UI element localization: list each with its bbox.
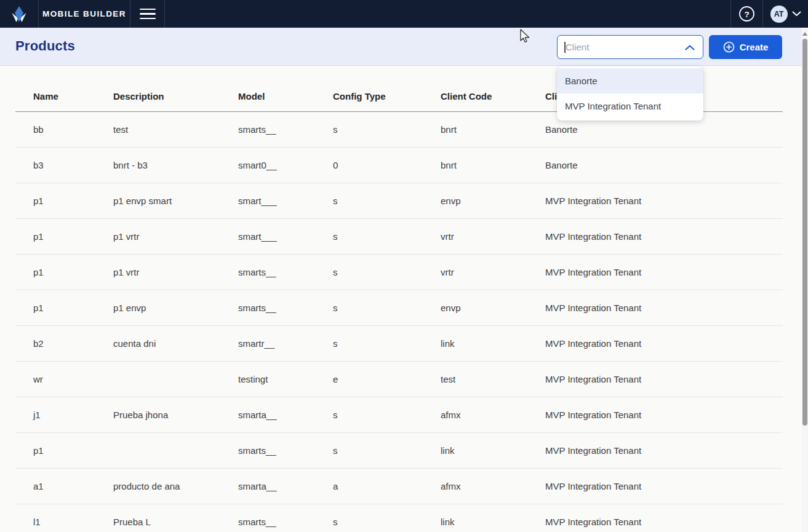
cell-client: Banorte bbox=[545, 124, 783, 135]
cell-model: smarta__ bbox=[238, 481, 333, 491]
cell-name: j1 bbox=[33, 410, 113, 420]
cell-name: p1 bbox=[33, 303, 113, 313]
cell-client-code: vrtr bbox=[441, 267, 545, 277]
table-row[interactable]: p1 p1 vrtr smarts__ s vrtr MVP Integrati… bbox=[15, 255, 783, 290]
client-filter-placeholder: Client bbox=[566, 42, 589, 52]
cell-client: MVP Integration Tenant bbox=[545, 517, 783, 527]
chevron-up-icon[interactable] bbox=[685, 45, 695, 50]
cell-client-code: bnrt bbox=[441, 160, 545, 170]
cell-model: smarts__ bbox=[238, 124, 333, 135]
cell-model: smartr__ bbox=[238, 338, 333, 349]
cell-client: MVP Integration Tenant bbox=[545, 196, 783, 206]
avatar[interactable]: AT bbox=[770, 6, 788, 23]
cell-client-code: link bbox=[441, 338, 545, 349]
column-header: Model bbox=[238, 91, 333, 101]
cell-description: Prueba L bbox=[113, 517, 238, 527]
client-filter-combobox[interactable]: Client bbox=[557, 35, 703, 59]
cell-config-type: 0 bbox=[333, 160, 441, 170]
table-row[interactable]: a1 producto de ana smarta__ a afmx MVP I… bbox=[15, 469, 783, 504]
cell-name: b3 bbox=[33, 160, 113, 170]
dropdown-option[interactable]: Banorte bbox=[557, 68, 703, 93]
column-header: Config Type bbox=[333, 91, 441, 101]
create-button[interactable]: Create bbox=[709, 35, 782, 59]
cell-config-type: s bbox=[333, 410, 441, 420]
logo-icon bbox=[11, 6, 27, 23]
column-header: Description bbox=[113, 91, 238, 101]
cell-description: p1 vrtr bbox=[113, 267, 238, 277]
page-title: Products bbox=[15, 38, 75, 54]
cell-model: smarts__ bbox=[238, 517, 333, 527]
table-row[interactable]: p1 p1 vrtr smart___ s vrtr MVP Integrati… bbox=[15, 219, 783, 255]
table-row[interactable]: b3 bnrt - b3 smart0__ 0 bnrt Banorte bbox=[15, 148, 783, 183]
cell-config-type: s bbox=[333, 124, 441, 135]
column-header: Name bbox=[33, 91, 113, 101]
cell-description: producto de ana bbox=[113, 481, 238, 491]
brand-title: MOBILE BUILDER bbox=[39, 0, 130, 28]
help-icon: ? bbox=[738, 6, 755, 22]
cell-client-code: afmx bbox=[441, 410, 545, 420]
help-button[interactable]: ? bbox=[730, 0, 763, 28]
vertical-scrollbar[interactable] bbox=[802, 28, 808, 532]
hamburger-icon bbox=[140, 9, 156, 20]
cell-client: MVP Integration Tenant bbox=[545, 338, 783, 349]
dropdown-option[interactable]: MVP Integration Tenant bbox=[557, 93, 703, 119]
cell-config-type: s bbox=[333, 517, 441, 527]
cell-config-type: e bbox=[333, 374, 441, 384]
cell-model: smarts__ bbox=[238, 303, 333, 313]
cell-description: p1 envp smart bbox=[113, 196, 238, 206]
chevron-down-icon bbox=[792, 11, 801, 17]
plus-circle-icon bbox=[723, 41, 735, 53]
cell-client-code: vrtr bbox=[441, 231, 545, 242]
text-caret bbox=[564, 42, 566, 53]
cell-client: MVP Integration Tenant bbox=[545, 231, 783, 242]
cell-client-code: envp bbox=[441, 196, 545, 206]
page-header: Products Client Create bbox=[0, 28, 808, 66]
table-row[interactable]: b2 cuenta dni smartr__ s link MVP Integr… bbox=[15, 326, 783, 362]
cell-model: smart___ bbox=[238, 196, 333, 206]
cell-description: test bbox=[113, 124, 238, 135]
products-page-content: NameDescriptionModelConfig TypeClient Co… bbox=[0, 66, 808, 532]
scrollbar-thumb[interactable] bbox=[802, 39, 807, 426]
cell-name: p1 bbox=[33, 231, 113, 242]
cell-description: cuenta dni bbox=[113, 338, 238, 349]
cell-config-type: s bbox=[333, 196, 441, 206]
brand-label: MOBILE BUILDER bbox=[42, 9, 126, 18]
cell-config-type: a bbox=[333, 481, 441, 491]
scroll-up-arrow-icon[interactable] bbox=[802, 32, 807, 36]
app-logo[interactable] bbox=[0, 0, 39, 28]
create-button-label: Create bbox=[740, 42, 769, 52]
cell-client: MVP Integration Tenant bbox=[545, 374, 783, 384]
cell-client: MVP Integration Tenant bbox=[545, 410, 783, 420]
cell-name: p1 bbox=[33, 267, 113, 277]
user-menu[interactable]: AT bbox=[763, 0, 808, 28]
table-row[interactable]: l1 Prueba L smarts__ s link MVP Integrat… bbox=[15, 504, 783, 532]
table-row[interactable]: p1 smarts__ s link MVP Integration Tenan… bbox=[15, 433, 783, 469]
client-dropdown-menu: BanorteMVP Integration Tenant bbox=[557, 66, 703, 121]
cell-config-type: s bbox=[333, 303, 441, 313]
hamburger-menu-button[interactable] bbox=[130, 0, 165, 28]
table-row[interactable]: wr testingt e test MVP Integration Tenan… bbox=[15, 362, 783, 397]
cell-client: MVP Integration Tenant bbox=[545, 481, 783, 491]
cell-config-type: s bbox=[333, 231, 441, 242]
topbar: MOBILE BUILDER ? AT bbox=[0, 0, 808, 28]
table-body: bb test smarts__ s bnrt Banorte b3 bnrt … bbox=[15, 112, 783, 532]
cell-name: p1 bbox=[33, 196, 113, 206]
cell-model: smart0__ bbox=[238, 160, 333, 170]
cell-client-code: link bbox=[441, 517, 545, 527]
cell-model: smarts__ bbox=[238, 267, 333, 277]
cell-client-code: bnrt bbox=[441, 124, 545, 135]
cell-client: MVP Integration Tenant bbox=[545, 445, 783, 456]
table-row[interactable]: p1 p1 envp smarts__ s envp MVP Integrati… bbox=[15, 290, 783, 326]
cell-client-code: test bbox=[441, 374, 545, 384]
cell-client: Banorte bbox=[545, 160, 783, 170]
cell-name: a1 bbox=[33, 481, 113, 491]
cell-name: wr bbox=[33, 374, 113, 384]
cell-name: p1 bbox=[33, 445, 113, 456]
cell-client-code: envp bbox=[441, 303, 545, 313]
cell-client-code: link bbox=[441, 445, 545, 456]
cell-config-type: s bbox=[333, 445, 441, 456]
table-row[interactable]: j1 Prueba jhona smarta__ s afmx MVP Inte… bbox=[15, 397, 783, 433]
table-row[interactable]: p1 p1 envp smart smart___ s envp MVP Int… bbox=[15, 183, 783, 219]
cell-description: p1 envp bbox=[113, 303, 238, 313]
cell-model: testingt bbox=[238, 374, 333, 384]
